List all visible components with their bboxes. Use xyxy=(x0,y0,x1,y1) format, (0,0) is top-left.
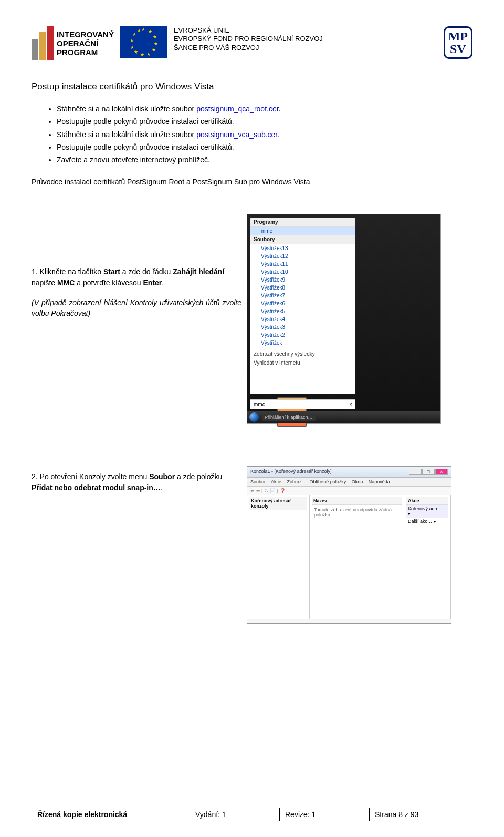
step-1: 1. Klikněte na tlačítko Start a zde do ř… xyxy=(32,214,472,424)
eu-line: ŠANCE PRO VÁŠ ROZVOJ xyxy=(174,44,323,52)
right-item: Obrázky xyxy=(255,453,329,464)
list-item: Postupujte podle pokynů průvodce instala… xyxy=(57,116,472,127)
file-item: Výstřižek13 xyxy=(250,244,355,252)
window-buttons: _□× xyxy=(408,469,448,475)
step-1-note: (V případě zobrazení hlášení Kontroly už… xyxy=(32,297,242,319)
file-item: Výstřižek8 xyxy=(250,284,355,292)
mpsv-line: SV xyxy=(448,43,468,55)
start-left-pane: Programy mmc Soubory Výstřižek13 Výstřiž… xyxy=(250,218,355,394)
main-empty-text: Tomuto zobrazení neodpovídá žádná položk… xyxy=(312,505,402,520)
section-programs: Programy xyxy=(250,218,355,227)
file-item: Výstřižek9 xyxy=(250,276,355,284)
footer-cell: Řízená kopie elektronická xyxy=(32,808,190,821)
document-page: INTEGROVANÝ OPERAČNÍ PROGRAM ★ ★ ★ ★ ★ ★… xyxy=(0,0,504,837)
right-item: Admin xyxy=(255,431,329,442)
iop-line: PROGRAM xyxy=(57,48,114,57)
mmc-screenshot: Konzola1 - [Kořenový adresář konzoly] _□… xyxy=(247,466,452,624)
close-icon: × xyxy=(435,469,448,475)
mmc-main-pane: Název Tomuto zobrazení neodpovídá žádná … xyxy=(310,495,404,619)
start-menu-screenshot: Programy mmc Soubory Výstřižek13 Výstřiž… xyxy=(247,214,441,424)
header-logos: INTEGROVANÝ OPERAČNÍ PROGRAM ★ ★ ★ ★ ★ ★… xyxy=(32,26,472,60)
file-item: Výstřižek xyxy=(250,339,355,347)
minimize-icon: _ xyxy=(409,469,422,475)
maximize-icon: □ xyxy=(422,469,435,475)
iop-line: OPERAČNÍ xyxy=(57,39,114,48)
list-item: Zavřete a znovu otevřete internetový pro… xyxy=(57,154,472,165)
mpsv-line: MP xyxy=(448,30,468,43)
search-internet: Vyhledat v Internetu xyxy=(250,358,355,367)
bullet-list: Stáhněte si a na lokální disk uložte sou… xyxy=(32,104,472,165)
footer-table: Řízená kopie elektronická Vydání: 1 Revi… xyxy=(32,808,472,821)
iop-logo: INTEGROVANÝ OPERAČNÍ PROGRAM xyxy=(32,26,114,60)
iop-text: INTEGROVANÝ OPERAČNÍ PROGRAM xyxy=(57,30,114,57)
mmc-titlebar: Konzola1 - [Kořenový adresář konzoly] _□… xyxy=(247,467,451,478)
start-orb-icon xyxy=(249,412,259,422)
footer-cell: Vydání: 1 xyxy=(190,808,280,821)
section-files: Soubory xyxy=(250,235,355,244)
footer-cell: Revize: 1 xyxy=(280,808,370,821)
eu-text-block: EVROPSKÁ UNIE EVROPSKÝ FOND PRO REGIONÁL… xyxy=(174,26,323,52)
search-value: mmc xyxy=(254,401,265,407)
iop-line: INTEGROVANÝ xyxy=(57,30,114,39)
eu-line: EVROPSKÝ FOND PRO REGIONÁLNÍ ROZVOJ xyxy=(174,35,323,43)
mmc-title: Konzola1 - [Kořenový adresář konzoly] xyxy=(250,469,332,475)
file-item: Výstřižek2 xyxy=(250,331,355,339)
file-item: Výstřižek6 xyxy=(250,299,355,307)
mpsv-logo: MP SV xyxy=(444,26,472,59)
list-item: Stáhněte si a na lokální disk uložte sou… xyxy=(57,104,472,114)
mmc-body: Kořenový adresář konzoly Název Tomuto zo… xyxy=(247,495,451,619)
main-col-header: Název xyxy=(312,497,402,505)
file-item: Výstřižek12 xyxy=(250,252,355,260)
menu-item: Nápověda xyxy=(369,479,390,484)
step-2: 2. Po otevření Konzoly zvolte menu Soubo… xyxy=(32,466,472,624)
taskbar: Přihlášení k aplikacn… xyxy=(247,411,440,423)
list-item: Postupujte podle pokynů průvodce instala… xyxy=(57,142,472,152)
menu-item: Soubor xyxy=(250,479,266,484)
result-mmc: mmc xyxy=(250,227,355,235)
link-vca-sub[interactable]: postsignum_vca_sub.cer xyxy=(196,130,277,139)
mmc-actions-pane: Akce Kořenový adre… ▾ Další akc… ▸ xyxy=(404,495,451,619)
actions-sub: Kořenový adre… ▾ xyxy=(406,505,448,518)
step-2-text: 2. Po otevření Konzoly zvolte menu Soubo… xyxy=(32,471,242,493)
show-all-results: Zobrazit všechny výsledky xyxy=(250,349,355,358)
eu-flag-icon: ★ ★ ★ ★ ★ ★ ★ ★ ★ ★ ★ ★ xyxy=(120,26,167,58)
file-item: Výstřižek4 xyxy=(250,315,355,323)
clear-icon: × xyxy=(349,401,352,407)
page-title: Postup instalace certifikátů pro Windows… xyxy=(32,81,472,92)
file-item: Výstřižek7 xyxy=(250,292,355,299)
tree-root: Kořenový adresář konzoly xyxy=(249,497,307,510)
start-search-box: mmc × xyxy=(250,399,355,409)
eu-line: EVROPSKÁ UNIE xyxy=(174,26,323,35)
subtitle: Průvodce instalací certifikátů PostSignu… xyxy=(32,177,472,188)
link-qca-root[interactable]: postsignum_qca_root.cer xyxy=(196,105,278,113)
file-item: Výstřižek10 xyxy=(250,268,355,276)
step-1-text: 1. Klikněte na tlačítko Start a zde do ř… xyxy=(32,266,242,318)
mmc-tree-pane: Kořenový adresář konzoly xyxy=(247,495,310,619)
menu-item: Zobrazit xyxy=(287,479,304,484)
menu-item: Okno xyxy=(352,479,363,484)
file-item: Výstřižek3 xyxy=(250,323,355,331)
list-item: Stáhněte si a na lokální disk uložte sou… xyxy=(57,129,472,140)
mmc-toolbar: ⬅ ➡ | 🗂 📄 | ❓ xyxy=(247,487,451,495)
menu-item: Akce xyxy=(271,479,281,484)
actions-item: Další akc… ▸ xyxy=(406,518,448,525)
right-item: Dokumenty xyxy=(255,442,329,453)
menu-item: Oblíbené položky xyxy=(310,479,346,484)
iop-bars-icon xyxy=(32,26,54,60)
actions-header: Akce xyxy=(406,497,448,505)
mmc-menubar: Soubor Akce Zobrazit Oblíbené položky Ok… xyxy=(247,478,451,487)
taskbar-item: Přihlášení k aplikacn… xyxy=(262,414,316,421)
file-item: Výstřižek11 xyxy=(250,260,355,268)
footer-cell: Strana 8 z 93 xyxy=(370,808,472,821)
file-item: Výstřižek5 xyxy=(250,307,355,315)
